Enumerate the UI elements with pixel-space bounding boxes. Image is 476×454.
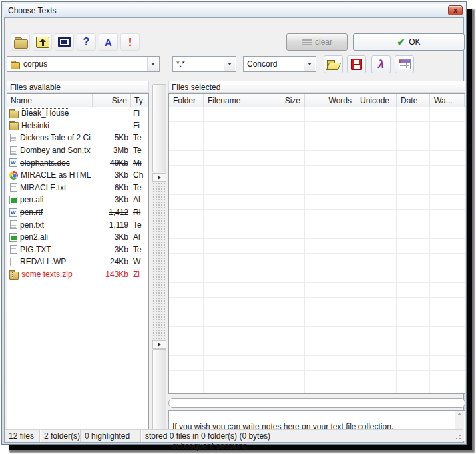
column-header-size[interactable]: Size <box>93 94 131 107</box>
file-type: Ch <box>133 170 148 180</box>
screen-icon <box>58 37 71 47</box>
left-list-header[interactable]: Name Size Ty <box>7 93 149 107</box>
titlebar[interactable]: Choose Texts x <box>4 4 464 17</box>
column-header-folder[interactable]: Folder <box>169 94 204 107</box>
splitter-segment[interactable] <box>152 349 166 435</box>
notes-title-input[interactable] <box>168 398 465 408</box>
file-size: 3Kb <box>91 245 128 254</box>
alert-button[interactable]: ! <box>120 33 140 51</box>
dropdown-arrow[interactable] <box>147 57 158 71</box>
status-folders: 2 folder(s) <box>40 430 81 442</box>
file-row[interactable]: Bleak_HouseFi <box>7 107 148 120</box>
files-available-list[interactable]: Bleak_HouseFiHelsinkiFiDickens Tale of 2… <box>7 107 149 441</box>
file-name: elephants.doc <box>20 158 70 168</box>
move-right-arrow-button[interactable] <box>152 173 166 182</box>
pane-splitter[interactable] <box>152 84 167 435</box>
file-size: 24Kb <box>91 257 128 266</box>
file-type: Te <box>133 183 148 192</box>
open-favourites-button[interactable] <box>324 55 343 73</box>
column-header-wa[interactable]: Wa... <box>430 94 465 107</box>
splitter-segment[interactable] <box>152 84 166 172</box>
ok-button[interactable]: ✔ OK <box>353 33 465 51</box>
file-name: Dombey and Son.txt <box>20 146 91 155</box>
file-row[interactable]: REDALL.WP24KbW <box>7 256 148 268</box>
folder-icon <box>11 61 19 68</box>
folder-up-icon <box>36 37 49 48</box>
save-favourites-button[interactable] <box>347 55 366 73</box>
file-name: Helsinki <box>21 121 49 130</box>
lambda-button[interactable]: λ <box>371 55 391 73</box>
file-name: some texts.zip <box>21 270 73 279</box>
word-icon <box>9 158 17 167</box>
file-type: Te <box>133 245 148 254</box>
file-name: Dickens Tale of 2 Ci... <box>20 133 91 142</box>
lambda-icon: λ <box>378 59 384 70</box>
file-name: pen.ali <box>20 195 43 204</box>
file-size: 1,119 <box>91 220 128 230</box>
status-files: 12 files <box>5 430 40 442</box>
browse-folder-button[interactable] <box>11 33 30 51</box>
close-button[interactable]: x <box>448 5 463 15</box>
file-type: Mi <box>133 158 148 168</box>
folder-up-button[interactable] <box>33 33 52 51</box>
splitter-grip[interactable] <box>152 182 166 340</box>
file-row[interactable]: PIG.TXT3KbTe <box>7 244 148 256</box>
file-pattern-combobox[interactable]: *.* <box>172 56 236 72</box>
column-header-type[interactable]: Ty <box>131 94 148 107</box>
tool-combobox[interactable]: Concord <box>243 56 316 72</box>
font-button[interactable]: A <box>99 33 118 51</box>
column-header-words[interactable]: Words <box>305 94 356 107</box>
files-selected-caption: Files selected <box>168 81 465 93</box>
dropdown-arrow[interactable] <box>224 57 235 71</box>
file-name: pen2.ali <box>20 232 48 242</box>
file-row[interactable]: MIRACLE.txt6KbTe <box>7 182 148 194</box>
file-size: 49Kb <box>91 158 128 168</box>
file-size: 3Mb <box>91 146 128 155</box>
file-row[interactable]: MIRACLE as HTML....3KbCh <box>7 169 148 182</box>
scroll-up-arrow[interactable] <box>457 413 461 415</box>
file-row[interactable]: HelsinkiFi <box>7 120 148 132</box>
help-icon: ? <box>83 37 90 47</box>
file-type: Te <box>133 220 148 230</box>
column-header-size[interactable]: Size <box>270 94 305 107</box>
file-row[interactable]: Dombey and Son.txt3MbTe <box>7 144 148 157</box>
folder-combo-value: corpus <box>23 59 47 69</box>
files-selected-grid[interactable] <box>168 107 465 394</box>
move-right-arrow-button[interactable] <box>152 340 166 349</box>
view-button[interactable] <box>55 33 74 51</box>
file-row[interactable]: pen.rtf1,412Ri <box>7 206 148 219</box>
file-row[interactable]: pen.ali3KbAl <box>7 194 148 206</box>
file-name: pen.rtf <box>20 208 43 217</box>
statistics-button[interactable] <box>395 55 414 73</box>
folder-icon <box>9 109 19 118</box>
file-type: Al <box>133 232 148 242</box>
file-row[interactable]: some texts.zip143KbZi <box>7 268 148 281</box>
file-size: 3Kb <box>91 170 128 180</box>
column-header-name[interactable]: Name <box>7 94 93 107</box>
status-highlighted: 0 highlighted <box>81 430 141 442</box>
clear-button[interactable]: clear <box>286 33 348 51</box>
file-row[interactable]: elephants.doc49KbMi <box>7 156 148 169</box>
ok-label: OK <box>409 37 420 47</box>
resize-grip[interactable] <box>454 433 462 441</box>
selected-files-header[interactable]: FolderFilenameSizeWordsUnicodeDateWa... <box>168 93 465 107</box>
file-name: Bleak_House <box>21 109 69 118</box>
save-icon <box>351 59 362 70</box>
file-row[interactable]: pen.txt1,119Te <box>7 218 148 231</box>
grid-column-line <box>429 107 430 393</box>
file-row[interactable]: Dickens Tale of 2 Ci...5KbTe <box>7 132 148 144</box>
text-icon <box>10 245 17 254</box>
folder-combobox[interactable]: corpus <box>7 56 160 72</box>
text-icon <box>10 183 17 192</box>
file-row[interactable]: pen2.ali3KbAl <box>7 231 148 244</box>
dropdown-arrow[interactable] <box>304 57 315 71</box>
tool-combo-value: Concord <box>247 59 277 69</box>
column-header-date[interactable]: Date <box>397 94 430 107</box>
column-header-unicode[interactable]: Unicode <box>356 94 397 107</box>
grid-column-line <box>203 107 204 393</box>
font-icon: A <box>105 37 112 47</box>
column-header-filename[interactable]: Filename <box>204 94 270 107</box>
file-type: Al <box>133 195 148 204</box>
help-button[interactable]: ? <box>77 33 96 51</box>
file-name: MIRACLE as HTML.... <box>21 170 91 180</box>
